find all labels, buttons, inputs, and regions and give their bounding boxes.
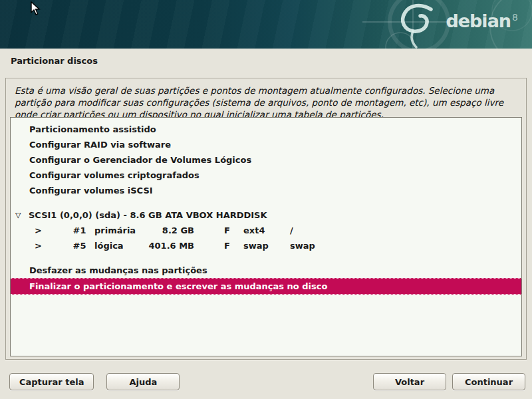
expander-triangle-icon[interactable]: ▽ — [15, 207, 29, 223]
back-button[interactable]: Voltar — [373, 373, 446, 390]
debian-wordmark: debian8 — [446, 11, 517, 31]
partition-number: #5 — [65, 238, 94, 253]
partition-list[interactable]: Particionamento assistido Configurar RAI… — [10, 117, 522, 356]
partition-size: 8.2 GB — [148, 223, 194, 238]
footer-button-bar: Capturar tela Ajuda Voltar Continuar — [0, 373, 532, 392]
disk-label: SCSI1 (0,0,0) (sda) - 8.6 GB ATA VBOX HA… — [29, 207, 267, 223]
list-spacer — [11, 253, 521, 263]
page-title: Particionar discos — [11, 56, 98, 66]
list-item-guided-partitioning[interactable]: Particionamento assistido — [11, 122, 521, 137]
mouse-cursor-icon — [31, 1, 41, 16]
partition-format-flag: F — [194, 223, 230, 238]
list-item-software-raid[interactable]: Configurar RAID via software — [11, 137, 521, 152]
list-item-encrypted-volumes[interactable]: Configurar volumes criptografados — [11, 168, 521, 183]
help-button[interactable]: Ajuda — [106, 373, 180, 390]
partition-format-flag: F — [194, 238, 230, 253]
brand-version-superscript: 8 — [512, 12, 517, 23]
debian-installer-window: { "header": { "brand": "debian", "versio… — [0, 0, 532, 399]
continue-button[interactable]: Continuar — [452, 373, 525, 390]
footer-right-buttons: Voltar Continuar — [373, 373, 525, 392]
screenshot-button[interactable]: Capturar tela — [9, 373, 94, 390]
list-item-partition-1[interactable]: > #1 primária 8.2 GB F ext4 / — [11, 223, 521, 238]
partition-size: 401.6 MB — [148, 238, 194, 253]
partition-mountpoint: swap — [290, 238, 315, 253]
list-item-lvm[interactable]: Configurar o Gerenciador de Volumes Lógi… — [11, 152, 521, 168]
partition-mountpoint: / — [290, 223, 293, 238]
partition-type: primária — [94, 223, 148, 238]
partition-overview-description: Esta é uma visão geral de suas partições… — [15, 84, 517, 120]
list-item-finish-partitioning-selected[interactable]: Finalizar o particionamento e escrever a… — [11, 278, 521, 295]
header-banner: debian8 — [0, 0, 532, 49]
brand-name: debian — [446, 11, 511, 31]
partition-marker-icon: > — [35, 223, 65, 238]
partition-number: #1 — [65, 223, 94, 238]
partition-filesystem: swap — [243, 238, 290, 253]
list-item-undo-changes[interactable]: Desfazer as mudanças nas partições — [11, 263, 521, 278]
list-item-iscsi-volumes[interactable]: Configurar volumes iSCSI — [11, 183, 521, 198]
list-spacer — [11, 198, 521, 207]
partition-filesystem: ext4 — [243, 223, 290, 238]
list-item-disk-sda[interactable]: ▽ SCSI1 (0,0,0) (sda) - 8.6 GB ATA VBOX … — [11, 207, 521, 223]
footer-left-buttons: Capturar tela Ajuda — [9, 373, 180, 392]
partition-marker-icon: > — [35, 238, 65, 253]
partition-type: lógica — [94, 238, 148, 253]
list-item-partition-5[interactable]: > #5 lógica 401.6 MB F swap swap — [11, 238, 521, 253]
content-frame: Esta é uma visão geral de suas partições… — [5, 78, 527, 360]
